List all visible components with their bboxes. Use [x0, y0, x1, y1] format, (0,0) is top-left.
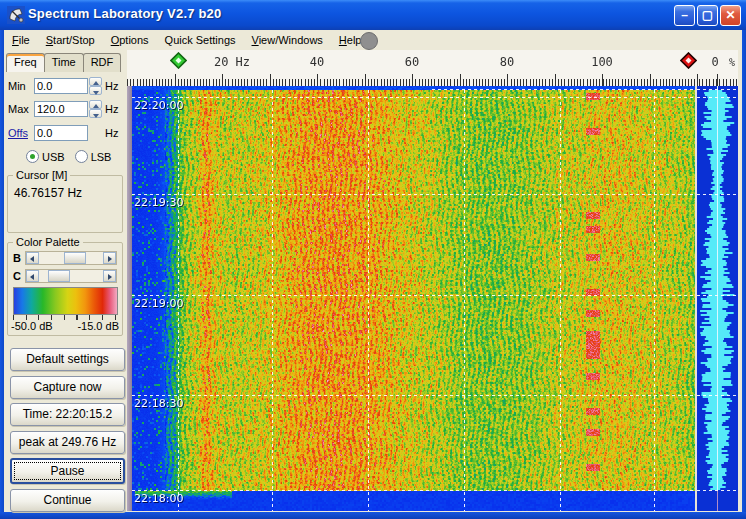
high-frequency-marker-icon[interactable]	[680, 52, 697, 69]
window-title: Spectrum Laboratory V2.7 b20	[28, 6, 221, 21]
contrast-thumb[interactable]	[48, 270, 70, 282]
color-palette-group: Color Palette B C -50.0 d	[7, 242, 123, 336]
max-frequency-input[interactable]	[34, 101, 88, 117]
radio-selected-icon[interactable]	[26, 150, 39, 163]
min-frequency-input[interactable]	[34, 78, 88, 94]
brightness-label: B	[13, 252, 25, 264]
offset-frequency-row: Offs Hz	[8, 124, 118, 142]
window-border-right	[742, 30, 746, 512]
contrast-label: C	[13, 270, 25, 282]
tab-time[interactable]: Time	[44, 53, 84, 72]
palette-gradient-bar	[13, 287, 118, 315]
spin-up-icon[interactable]	[89, 77, 102, 86]
capture-now-button[interactable]: Capture now	[10, 376, 125, 399]
status-led-indicator	[360, 32, 378, 50]
right-filler	[738, 50, 742, 512]
maximize-button[interactable]: ▢	[697, 5, 718, 26]
min-frequency-row: Min Hz	[8, 77, 118, 95]
cursor-group-title: Cursor [M]	[13, 169, 70, 181]
app-window: Spectrum Laboratory V2.7 b20 – ▢ ✕ File …	[0, 0, 746, 519]
color-palette-title: Color Palette	[13, 236, 83, 248]
freq-tab-strip: Freq Time RDF	[6, 53, 120, 72]
spin-up-icon[interactable]	[89, 100, 102, 109]
continue-button[interactable]: Continue	[10, 489, 125, 512]
tab-rdf[interactable]: RDF	[83, 53, 122, 72]
palette-max-db: -15.0 dB	[77, 320, 119, 332]
max-frequency-row: Max Hz	[8, 100, 118, 118]
offset-unit-label: Hz	[105, 127, 118, 139]
cursor-frequency-readout: 46.76157 Hz	[14, 186, 82, 200]
brightness-scrollbar[interactable]	[25, 251, 117, 265]
lsb-radio[interactable]: LSB	[75, 150, 112, 163]
menu-options[interactable]: Options	[103, 32, 157, 48]
scroll-left-icon[interactable]	[26, 252, 39, 264]
min-spinner[interactable]	[89, 77, 102, 95]
pause-button[interactable]: Pause	[10, 458, 125, 484]
close-button[interactable]: ✕	[720, 5, 741, 26]
scroll-left-icon[interactable]	[26, 270, 39, 282]
menu-file[interactable]: File	[4, 32, 38, 48]
max-unit-label: Hz	[105, 103, 118, 115]
max-spinner[interactable]	[89, 100, 102, 118]
contrast-slider-row: C	[13, 269, 117, 283]
spin-down-icon[interactable]	[89, 86, 102, 95]
title-bar[interactable]: Spectrum Laboratory V2.7 b20 – ▢ ✕	[0, 0, 746, 30]
tab-freq[interactable]: Freq	[6, 53, 45, 72]
satellite-dish-icon	[7, 6, 25, 24]
peak-display-button[interactable]: peak at 249.76 Hz	[10, 431, 125, 454]
time-display-button[interactable]: Time: 22:20:15.2	[10, 403, 125, 426]
offset-link[interactable]: Offs	[8, 127, 34, 139]
scroll-right-icon[interactable]	[103, 270, 116, 282]
menu-start-stop[interactable]: Start/Stop	[38, 32, 103, 48]
frequency-scale-ruler[interactable]	[127, 50, 742, 86]
usb-radio[interactable]: USB	[26, 150, 65, 163]
min-label: Min	[8, 80, 34, 92]
max-label: Max	[8, 103, 34, 115]
default-settings-button[interactable]: Default settings	[10, 348, 125, 371]
low-frequency-marker-icon[interactable]	[170, 52, 187, 69]
scroll-right-icon[interactable]	[103, 252, 116, 264]
spin-down-icon[interactable]	[89, 109, 102, 118]
control-panel: Freq Time RDF Min Hz Max Hz Offs Hz USB …	[4, 50, 127, 512]
brightness-thumb[interactable]	[64, 252, 86, 264]
menu-view-windows[interactable]: View/Windows	[244, 32, 331, 48]
minimize-button[interactable]: –	[674, 5, 695, 26]
menu-bar: File Start/Stop Options Quick Settings V…	[4, 30, 742, 51]
contrast-scrollbar[interactable]	[25, 269, 117, 283]
cursor-group: Cursor [M] 46.76157 Hz	[7, 175, 123, 233]
radio-unselected-icon[interactable]	[75, 150, 88, 163]
palette-min-db: -50.0 dB	[11, 320, 53, 332]
min-unit-label: Hz	[105, 80, 118, 92]
amplitude-history-display[interactable]	[697, 86, 738, 511]
frequency-scale-canvas	[127, 50, 742, 86]
menu-quick-settings[interactable]: Quick Settings	[157, 32, 244, 48]
waterfall-spectrogram[interactable]	[132, 86, 695, 511]
palette-db-labels: -50.0 dB -15.0 dB	[11, 320, 119, 332]
sideband-row: USB LSB	[26, 147, 111, 165]
window-border-bottom	[0, 512, 746, 519]
offset-frequency-input[interactable]	[34, 125, 88, 141]
brightness-slider-row: B	[13, 251, 117, 265]
